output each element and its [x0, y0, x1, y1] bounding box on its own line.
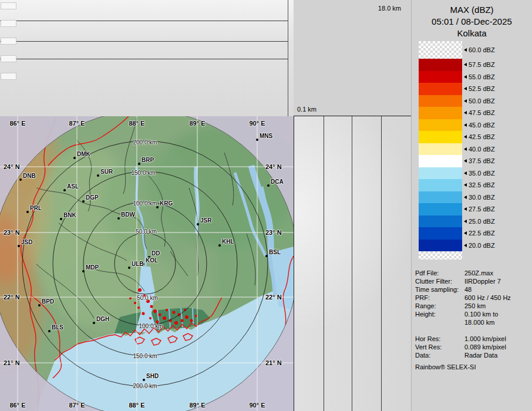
metadata-label: Height:: [415, 310, 464, 318]
height-gridline: [381, 116, 382, 411]
legend-swatch: [419, 251, 462, 260]
metadata-label: Range:: [415, 302, 464, 310]
legend-swatch: [419, 167, 462, 180]
height-gridline: [324, 116, 324, 411]
panel-end-line: [288, 0, 288, 116]
legend-swatch: [419, 95, 462, 107]
legend-tick-arrow: [464, 183, 467, 187]
legend-entry: 40.0 dBZ: [419, 143, 495, 156]
legend-swatch: [419, 119, 462, 132]
height-gridline: [352, 116, 352, 411]
legend-swatch: [419, 71, 462, 83]
metadata-row: Hor Res:1.000 km/pixel: [415, 335, 530, 343]
top-cross-section-panel: [0, 0, 294, 117]
legend-tick-arrow: [464, 159, 467, 163]
metadata-label: Clutter Filter:: [415, 277, 464, 285]
legend-entry-label: 35.0 dBZ: [464, 170, 495, 177]
legend-tick-arrow: [464, 135, 467, 139]
metadata-label: Data:: [415, 351, 464, 359]
legend-entry-text: 40.0 dBZ: [469, 146, 495, 153]
product-title: MAX (dBZ): [412, 4, 532, 16]
legend-entry-label: 47.5 dBZ: [464, 109, 495, 116]
legend-entry-text: 57.5 dBZ: [469, 61, 495, 68]
legend-entry-label: 45.0 dBZ: [464, 122, 495, 129]
software-credit: Rainbow® SELEX-SI: [415, 363, 530, 371]
station-name: Kolkata: [412, 28, 532, 39]
metadata-value: 0.089 km/pixel: [464, 343, 506, 351]
metadata-row: PRF:600 Hz / 450 Hz: [415, 294, 530, 302]
legend-tick-arrow: [464, 196, 467, 199]
metadata-row: 18.000 km: [415, 318, 530, 326]
legend-entry-label: 20.0 dBZ: [464, 242, 495, 249]
legend-entry-text: 35.0 dBZ: [469, 170, 495, 177]
legend-entry: 57.5 dBZ: [419, 59, 495, 71]
legend-tick-arrow: [464, 231, 467, 235]
legend-entry: 52.5 dBZ: [419, 83, 495, 95]
height-tick-box: [1, 20, 16, 27]
height-gridline: [0, 59, 288, 59]
height-gridline: [0, 41, 288, 42]
legend-entry-label: 22.5 dBZ: [464, 230, 495, 237]
metadata-row: Vert Res:0.089 km/pixel: [415, 343, 530, 351]
legend-entry-label: 42.5 dBZ: [464, 133, 495, 140]
legend-entry-text: 50.0 dBZ: [469, 97, 495, 105]
legend-entry-text: 20.0 dBZ: [469, 242, 495, 249]
legend-entry-label: 50.0 dBZ: [464, 97, 495, 105]
legend-entry: 35.0 dBZ: [419, 167, 495, 180]
metadata-value: 1.000 km/pixel: [464, 335, 506, 343]
metadata-label: Vert Res:: [415, 343, 464, 351]
legend-tick-arrow: [464, 123, 467, 127]
map-canvas: [0, 116, 294, 411]
legend-swatch: [419, 59, 462, 71]
legend-swatch: [419, 191, 462, 204]
legend-entry: 20.0 dBZ: [419, 240, 495, 252]
legend-tick-arrow: [464, 48, 467, 52]
metadata-value: IIRDoppler 7: [464, 277, 501, 285]
height-scale-box: 18.0 km 0.1 km: [294, 0, 411, 116]
legend-entry-text: 42.5 dBZ: [469, 133, 495, 140]
legend-swatch: [419, 203, 462, 215]
legend-entry-label: 60.0 dBZ: [464, 46, 495, 53]
legend-tick-arrow: [464, 220, 467, 223]
metadata-label: [415, 318, 464, 326]
legend-tick-arrow: [464, 75, 467, 79]
metadata-value: 600 Hz / 450 Hz: [464, 294, 511, 302]
legend-tick-arrow: [464, 99, 467, 103]
metadata-value: Radar Data: [464, 351, 497, 359]
legend-entry-text: 32.5 dBZ: [469, 181, 495, 188]
legend-entry: 55.0 dBZ: [419, 71, 495, 83]
metadata-row: Pdf File:250Z.max: [415, 269, 530, 277]
metadata-row: Range:250 km: [415, 302, 530, 310]
height-tick-box: [1, 2, 16, 9]
legend-swatch: [419, 131, 462, 143]
legend-entry-text: 37.5 dBZ: [469, 157, 495, 164]
metadata-label: Pdf File:: [415, 269, 464, 277]
legend-entry: 30.0 dBZ: [419, 191, 495, 204]
legend-entry: 50.0 dBZ: [419, 95, 495, 107]
metadata-value: 48: [464, 285, 472, 294]
legend-entry-text: 27.5 dBZ: [469, 206, 495, 213]
legend-entry-text: 22.5 dBZ: [469, 230, 495, 237]
legend-entry: [419, 251, 495, 260]
metadata-label: PRF:: [415, 294, 464, 302]
legend-entry-text: 30.0 dBZ: [469, 194, 495, 201]
metadata-value: 18.000 km: [464, 318, 494, 326]
legend-panel: MAX (dBZ) 05:01 / 08-Dec-2025 Kolkata 60…: [411, 0, 532, 411]
height-gridline: [0, 21, 288, 21]
metadata-table: Pdf File:250Z.maxClutter Filter:IIRDoppl…: [415, 269, 530, 371]
metadata-row: Time sampling:48: [415, 285, 530, 294]
legend-entry-label: 52.5 dBZ: [464, 85, 495, 92]
legend-entry-text: 45.0 dBZ: [469, 122, 495, 129]
metadata-value: 0.100 km to: [464, 310, 498, 318]
height-tick-box: [1, 55, 16, 62]
legend-entry: 47.5 dBZ: [419, 107, 495, 119]
legend-entry: 25.0 dBZ: [419, 215, 495, 228]
legend-entry: 22.5 dBZ: [419, 227, 495, 240]
map-panel: 86° E86° E87° E87° E88° E88° E89° E89° E…: [0, 116, 294, 411]
legend-entry: 45.0 dBZ: [419, 119, 495, 132]
legend-entry-label: 37.5 dBZ: [464, 157, 495, 164]
legend-tick-arrow: [464, 207, 467, 211]
legend-entry-label: 30.0 dBZ: [464, 194, 495, 201]
legend-swatch: [419, 227, 462, 240]
legend-entry-text: 55.0 dBZ: [469, 73, 495, 80]
